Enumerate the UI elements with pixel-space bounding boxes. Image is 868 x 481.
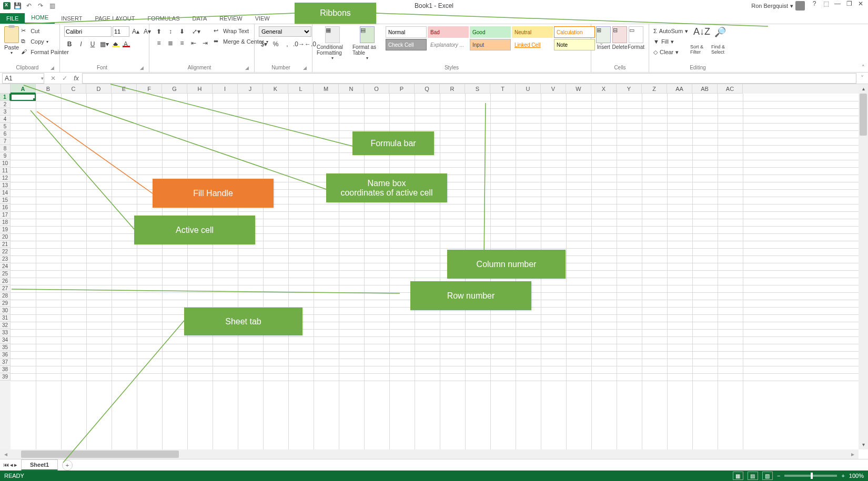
sheet-nav-first-icon[interactable]: ⏮ xyxy=(3,462,9,468)
row-header[interactable]: 13 xyxy=(0,182,11,189)
column-header[interactable]: Y xyxy=(617,84,642,94)
tab-view[interactable]: VIEW xyxy=(249,13,276,24)
column-headers[interactable]: ABCDEFGHIJKLMNOPQRSTUVWXYZAAABAC xyxy=(11,84,859,94)
help-icon[interactable]: ? xyxy=(809,0,820,7)
paste-button[interactable]: Paste ▾ xyxy=(4,26,19,55)
sheet-nav-prev-icon[interactable]: ◂ xyxy=(10,462,13,468)
row-header[interactable]: 38 xyxy=(0,366,11,373)
column-header[interactable]: S xyxy=(465,84,490,94)
zoom-out-icon[interactable]: − xyxy=(777,473,780,479)
row-header[interactable]: 26 xyxy=(0,278,11,285)
sort-filter-button[interactable]: A↓ZSort & Filter xyxy=(690,26,711,55)
row-header[interactable]: 1 xyxy=(0,94,11,101)
column-header[interactable]: L xyxy=(288,84,314,94)
close-icon[interactable]: ✕ xyxy=(855,0,866,7)
column-header[interactable]: U xyxy=(516,84,541,94)
format-as-table-button[interactable]: ▤ Format as Table▾ xyxy=(352,26,381,60)
row-header[interactable]: 29 xyxy=(0,300,11,307)
column-header[interactable]: N xyxy=(339,84,364,94)
comma-button[interactable]: , xyxy=(282,39,292,49)
align-right-icon[interactable]: ≡ xyxy=(177,38,187,48)
column-header[interactable]: X xyxy=(591,84,617,94)
column-header[interactable]: G xyxy=(162,84,187,94)
row-header[interactable]: 17 xyxy=(0,211,11,219)
cell-style-option[interactable]: Note xyxy=(554,39,595,50)
font-color-button[interactable]: A xyxy=(121,39,130,49)
tab-page-layout[interactable]: PAGE LAYOUT xyxy=(88,13,141,24)
scroll-left-icon[interactable]: ◂ xyxy=(0,451,12,458)
row-header[interactable]: 35 xyxy=(0,344,11,351)
row-header[interactable]: 14 xyxy=(0,189,11,197)
row-header[interactable]: 36 xyxy=(0,351,11,359)
enter-formula-icon[interactable]: ✓ xyxy=(59,75,70,82)
column-header[interactable]: H xyxy=(187,84,213,94)
cell-style-option[interactable]: Check Cell xyxy=(386,39,427,50)
row-header[interactable]: 6 xyxy=(0,130,11,138)
clear-button[interactable]: ◇ Clear ▾ xyxy=(653,47,688,57)
row-header[interactable]: 12 xyxy=(0,175,11,182)
row-header[interactable]: 19 xyxy=(0,226,11,233)
maximize-icon[interactable]: ❐ xyxy=(844,0,854,7)
column-header[interactable]: O xyxy=(364,84,389,94)
normal-view-icon[interactable]: ▦ xyxy=(733,472,743,480)
cell-style-option[interactable]: Good xyxy=(470,26,511,38)
row-header[interactable]: 25 xyxy=(0,270,11,278)
dialog-launcher-icon[interactable]: ◢ xyxy=(51,64,54,72)
font-name-select[interactable] xyxy=(64,26,112,37)
column-header[interactable]: K xyxy=(263,84,288,94)
column-header[interactable]: J xyxy=(238,84,263,94)
row-header[interactable]: 31 xyxy=(0,314,11,322)
align-middle-icon[interactable]: ↕ xyxy=(165,26,176,37)
dialog-launcher-icon[interactable]: ◢ xyxy=(245,64,249,72)
cells-area[interactable] xyxy=(11,94,859,449)
row-header[interactable]: 11 xyxy=(0,167,11,175)
percent-button[interactable]: % xyxy=(270,39,281,49)
qat-customize[interactable]: ▥ xyxy=(47,1,57,11)
row-header[interactable]: 28 xyxy=(0,292,11,300)
spreadsheet-grid[interactable]: ABCDEFGHIJKLMNOPQRSTUVWXYZAAABAC 1234567… xyxy=(0,84,868,459)
decrease-indent-icon[interactable]: ⇤ xyxy=(188,38,199,48)
vertical-scrollbar[interactable]: ▴ ▾ xyxy=(859,84,868,449)
cell-style-option[interactable]: Linked Cell xyxy=(512,39,553,50)
column-header[interactable]: D xyxy=(86,84,112,94)
cell-style-option[interactable]: Explanatory ... xyxy=(428,39,469,50)
horizontal-scroll-thumb[interactable] xyxy=(21,451,179,458)
find-select-button[interactable]: 🔎Find & Select xyxy=(711,26,732,55)
increase-decimal-icon[interactable]: .0→ xyxy=(294,39,304,49)
column-header[interactable]: E xyxy=(112,84,137,94)
column-header[interactable]: A xyxy=(11,84,36,94)
scroll-up-icon[interactable]: ▴ xyxy=(859,84,868,94)
row-header[interactable]: 9 xyxy=(0,152,11,160)
insert-cells-button[interactable]: ⊞Insert xyxy=(596,26,612,50)
row-header[interactable]: 22 xyxy=(0,248,11,255)
autosum-button[interactable]: Σ AutoSum ▾ xyxy=(653,26,688,36)
minimize-icon[interactable]: — xyxy=(832,0,843,7)
align-left-icon[interactable]: ≡ xyxy=(154,38,164,48)
cell-style-option[interactable]: Calculation xyxy=(554,26,595,38)
increase-font-icon[interactable]: A▴ xyxy=(130,26,141,37)
column-header[interactable]: C xyxy=(61,84,86,94)
page-layout-view-icon[interactable]: ▤ xyxy=(748,472,758,480)
column-header[interactable]: P xyxy=(389,84,415,94)
qat-undo[interactable]: ↶ xyxy=(24,1,34,11)
row-header[interactable]: 3 xyxy=(0,108,11,116)
row-header[interactable]: 10 xyxy=(0,160,11,167)
row-header[interactable]: 23 xyxy=(0,255,11,263)
collapse-ribbon-icon[interactable]: ˄ xyxy=(862,64,865,71)
align-center-icon[interactable]: ≣ xyxy=(165,38,176,48)
row-header[interactable]: 15 xyxy=(0,197,11,204)
tab-insert[interactable]: INSERT xyxy=(55,13,88,24)
page-break-view-icon[interactable]: ▧ xyxy=(762,472,773,480)
tab-review[interactable]: REVIEW xyxy=(213,13,248,24)
column-header[interactable]: M xyxy=(314,84,339,94)
row-header[interactable]: 7 xyxy=(0,138,11,145)
cell-style-option[interactable]: Neutral xyxy=(512,26,553,38)
cancel-formula-icon[interactable]: ✕ xyxy=(47,75,59,82)
user-area[interactable]: Ron Bergquist▾ xyxy=(751,1,805,11)
ribbon-display-options-icon[interactable]: ⬚ xyxy=(821,0,831,7)
name-box[interactable]: A1▾ xyxy=(2,73,44,84)
row-header[interactable]: 33 xyxy=(0,329,11,336)
row-header[interactable]: 30 xyxy=(0,307,11,314)
sheet-tab[interactable]: Sheet1 xyxy=(21,459,58,471)
column-header[interactable]: B xyxy=(36,84,61,94)
